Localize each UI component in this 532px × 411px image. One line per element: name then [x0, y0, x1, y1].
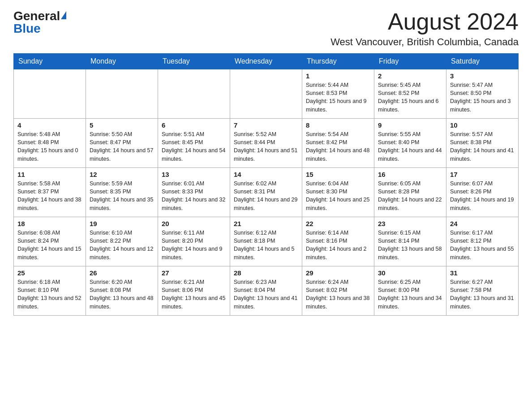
calendar-cell: [86, 69, 158, 119]
day-info: Sunrise: 6:15 AM Sunset: 8:14 PM Dayligh…: [378, 229, 442, 261]
day-info: Sunrise: 5:48 AM Sunset: 8:48 PM Dayligh…: [17, 130, 82, 163]
calendar-week-row: 25Sunrise: 6:18 AM Sunset: 8:10 PM Dayli…: [14, 266, 519, 316]
day-number: 12: [90, 171, 154, 178]
calendar-header-monday: Monday: [86, 54, 158, 69]
day-info: Sunrise: 5:58 AM Sunset: 8:37 PM Dayligh…: [17, 180, 82, 212]
day-info: Sunrise: 6:08 AM Sunset: 8:24 PM Dayligh…: [17, 229, 82, 261]
calendar-cell: 1Sunrise: 5:44 AM Sunset: 8:53 PM Daylig…: [302, 69, 374, 119]
calendar-cell: [14, 69, 86, 119]
month-year-title: August 2024: [330, 9, 519, 34]
calendar-cell: 31Sunrise: 6:27 AM Sunset: 7:58 PM Dayli…: [446, 266, 519, 316]
calendar-header-saturday: Saturday: [446, 54, 519, 69]
calendar-cell: 4Sunrise: 5:48 AM Sunset: 8:48 PM Daylig…: [14, 119, 86, 168]
title-block: August 2024 West Vancouver, British Colu…: [330, 9, 519, 48]
day-info: Sunrise: 6:23 AM Sunset: 8:04 PM Dayligh…: [234, 278, 298, 311]
calendar-cell: 3Sunrise: 5:47 AM Sunset: 8:50 PM Daylig…: [446, 69, 519, 119]
calendar-cell: 8Sunrise: 5:54 AM Sunset: 8:42 PM Daylig…: [302, 119, 374, 168]
day-info: Sunrise: 5:55 AM Sunset: 8:40 PM Dayligh…: [378, 130, 442, 163]
day-number: 8: [306, 121, 370, 129]
calendar-cell: 5Sunrise: 5:50 AM Sunset: 8:47 PM Daylig…: [86, 119, 158, 168]
day-number: 3: [450, 72, 515, 80]
day-number: 6: [162, 121, 226, 129]
calendar-cell: 26Sunrise: 6:20 AM Sunset: 8:08 PM Dayli…: [86, 266, 158, 316]
calendar-cell: 10Sunrise: 5:57 AM Sunset: 8:38 PM Dayli…: [446, 119, 519, 168]
calendar-cell: 23Sunrise: 6:15 AM Sunset: 8:14 PM Dayli…: [374, 217, 446, 266]
day-info: Sunrise: 6:18 AM Sunset: 8:10 PM Dayligh…: [17, 278, 82, 311]
day-info: Sunrise: 5:52 AM Sunset: 8:44 PM Dayligh…: [234, 130, 298, 163]
day-number: 28: [234, 269, 298, 277]
day-info: Sunrise: 6:04 AM Sunset: 8:30 PM Dayligh…: [306, 180, 370, 212]
day-info: Sunrise: 5:59 AM Sunset: 8:35 PM Dayligh…: [90, 180, 154, 212]
calendar-cell: 17Sunrise: 6:07 AM Sunset: 8:26 PM Dayli…: [446, 168, 519, 217]
calendar-cell: 12Sunrise: 5:59 AM Sunset: 8:35 PM Dayli…: [86, 168, 158, 217]
day-number: 13: [162, 171, 226, 178]
day-info: Sunrise: 5:54 AM Sunset: 8:42 PM Dayligh…: [306, 130, 370, 163]
day-number: 16: [378, 171, 442, 178]
logo-triangle-icon: [61, 11, 66, 19]
day-info: Sunrise: 5:47 AM Sunset: 8:50 PM Dayligh…: [450, 81, 515, 114]
page-header: General Blue August 2024 West Vancouver,…: [13, 9, 519, 48]
calendar-cell: 18Sunrise: 6:08 AM Sunset: 8:24 PM Dayli…: [14, 217, 86, 266]
calendar-cell: 21Sunrise: 6:12 AM Sunset: 8:18 PM Dayli…: [230, 217, 302, 266]
day-info: Sunrise: 6:11 AM Sunset: 8:20 PM Dayligh…: [162, 229, 226, 261]
calendar-week-row: 11Sunrise: 5:58 AM Sunset: 8:37 PM Dayli…: [14, 168, 519, 217]
calendar-cell: 15Sunrise: 6:04 AM Sunset: 8:30 PM Dayli…: [302, 168, 374, 217]
calendar-header-wednesday: Wednesday: [230, 54, 302, 69]
calendar-header-friday: Friday: [374, 54, 446, 69]
day-number: 5: [90, 121, 154, 129]
day-info: Sunrise: 6:17 AM Sunset: 8:12 PM Dayligh…: [450, 229, 515, 261]
calendar-week-row: 4Sunrise: 5:48 AM Sunset: 8:48 PM Daylig…: [14, 119, 519, 168]
day-info: Sunrise: 6:07 AM Sunset: 8:26 PM Dayligh…: [450, 180, 515, 212]
calendar-header-sunday: Sunday: [14, 54, 86, 69]
day-info: Sunrise: 6:10 AM Sunset: 8:22 PM Dayligh…: [90, 229, 154, 261]
day-info: Sunrise: 6:21 AM Sunset: 8:06 PM Dayligh…: [162, 278, 226, 311]
location-subtitle: West Vancouver, British Columbia, Canada: [330, 36, 519, 48]
day-number: 29: [306, 269, 370, 277]
day-number: 27: [162, 269, 226, 277]
calendar-header-tuesday: Tuesday: [158, 54, 230, 69]
day-info: Sunrise: 6:01 AM Sunset: 8:33 PM Dayligh…: [162, 180, 226, 212]
day-number: 24: [450, 220, 515, 227]
logo-blue-text: Blue: [13, 21, 41, 36]
day-number: 23: [378, 220, 442, 227]
day-number: 15: [306, 171, 370, 178]
day-number: 4: [17, 121, 82, 129]
day-number: 21: [234, 220, 298, 227]
day-info: Sunrise: 5:50 AM Sunset: 8:47 PM Dayligh…: [90, 130, 154, 163]
calendar-cell: 11Sunrise: 5:58 AM Sunset: 8:37 PM Dayli…: [14, 168, 86, 217]
calendar-cell: 25Sunrise: 6:18 AM Sunset: 8:10 PM Dayli…: [14, 266, 86, 316]
calendar-cell: 6Sunrise: 5:51 AM Sunset: 8:45 PM Daylig…: [158, 119, 230, 168]
day-number: 26: [90, 269, 154, 277]
day-number: 7: [234, 121, 298, 129]
day-number: 20: [162, 220, 226, 227]
calendar-week-row: 1Sunrise: 5:44 AM Sunset: 8:53 PM Daylig…: [14, 69, 519, 119]
day-info: Sunrise: 6:20 AM Sunset: 8:08 PM Dayligh…: [90, 278, 154, 311]
calendar-cell: 9Sunrise: 5:55 AM Sunset: 8:40 PM Daylig…: [374, 119, 446, 168]
day-info: Sunrise: 6:24 AM Sunset: 8:02 PM Dayligh…: [306, 278, 370, 311]
calendar-cell: 22Sunrise: 6:14 AM Sunset: 8:16 PM Dayli…: [302, 217, 374, 266]
day-number: 9: [378, 121, 442, 129]
logo: General Blue: [13, 9, 66, 36]
day-number: 10: [450, 121, 515, 129]
calendar-cell: 29Sunrise: 6:24 AM Sunset: 8:02 PM Dayli…: [302, 266, 374, 316]
calendar-cell: [230, 69, 302, 119]
calendar-cell: 13Sunrise: 6:01 AM Sunset: 8:33 PM Dayli…: [158, 168, 230, 217]
day-number: 22: [306, 220, 370, 227]
day-info: Sunrise: 6:14 AM Sunset: 8:16 PM Dayligh…: [306, 229, 370, 261]
day-info: Sunrise: 6:02 AM Sunset: 8:31 PM Dayligh…: [234, 180, 298, 212]
calendar-table: SundayMondayTuesdayWednesdayThursdayFrid…: [13, 53, 519, 316]
day-info: Sunrise: 5:51 AM Sunset: 8:45 PM Dayligh…: [162, 130, 226, 163]
calendar-cell: 19Sunrise: 6:10 AM Sunset: 8:22 PM Dayli…: [86, 217, 158, 266]
calendar-cell: 14Sunrise: 6:02 AM Sunset: 8:31 PM Dayli…: [230, 168, 302, 217]
calendar-cell: 30Sunrise: 6:25 AM Sunset: 8:00 PM Dayli…: [374, 266, 446, 316]
day-number: 25: [17, 269, 82, 277]
calendar-cell: 16Sunrise: 6:05 AM Sunset: 8:28 PM Dayli…: [374, 168, 446, 217]
calendar-cell: 24Sunrise: 6:17 AM Sunset: 8:12 PM Dayli…: [446, 217, 519, 266]
day-number: 19: [90, 220, 154, 227]
day-info: Sunrise: 6:25 AM Sunset: 8:00 PM Dayligh…: [378, 278, 442, 311]
calendar-cell: 20Sunrise: 6:11 AM Sunset: 8:20 PM Dayli…: [158, 217, 230, 266]
calendar-cell: 27Sunrise: 6:21 AM Sunset: 8:06 PM Dayli…: [158, 266, 230, 316]
day-info: Sunrise: 5:44 AM Sunset: 8:53 PM Dayligh…: [306, 81, 370, 114]
day-info: Sunrise: 5:45 AM Sunset: 8:52 PM Dayligh…: [378, 81, 442, 114]
day-number: 11: [17, 171, 82, 178]
